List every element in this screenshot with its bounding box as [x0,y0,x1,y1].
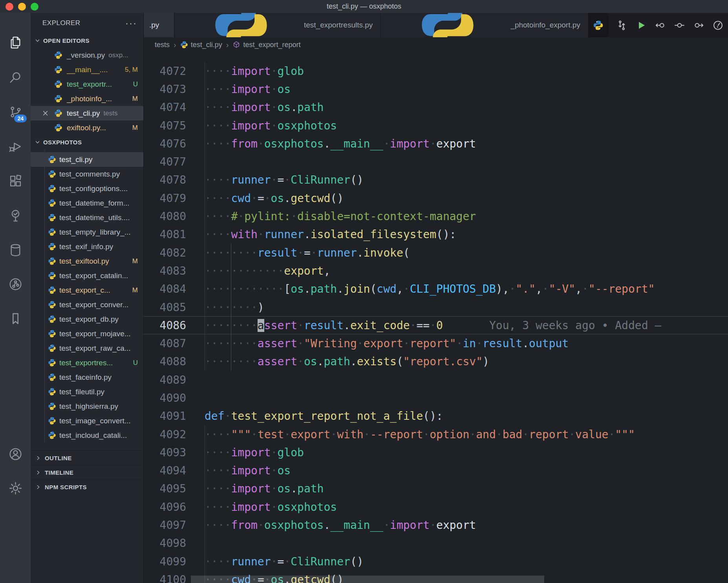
code-line[interactable]: 4091def·test_export_report_not_a_file(): [144,407,728,425]
code-line[interactable]: 4072····import·glob [144,62,728,80]
tab-test_exportresults-py[interactable]: test_exportresults.py [174,13,381,37]
activity-item-bookmarks[interactable] [5,309,25,328]
code-token: · [403,282,410,295]
git-blame-annotation: You, 3 weeks ago • Added – [489,319,661,332]
tree-item[interactable]: test_comments.py [31,167,143,181]
minimize-window-button[interactable] [18,3,26,11]
code-editor[interactable]: 4072····import·glob4073····import·os4074… [144,52,728,583]
tree-item[interactable]: test_export_db.py [31,312,143,326]
profile-button[interactable] [712,18,725,32]
code-line[interactable]: 4077 [144,153,728,171]
tree-item[interactable]: test_export_raw_ca... [31,341,143,355]
code-line[interactable]: 4089 [144,371,728,389]
code-token: import [231,446,271,459]
sidebar-section-timeline[interactable]: TIMELINE [31,465,143,479]
continue-button[interactable] [673,18,686,32]
code-line[interactable]: 4097····from·osxphotos.__main__·import·e… [144,516,728,534]
tree-item[interactable]: test_faceinfo.py [31,370,143,384]
code-token: runner [231,173,271,186]
open-editor-item[interactable]: __main__....5, M [31,62,143,77]
open-editors-header[interactable]: OPEN EDITORS [31,33,143,48]
code-line[interactable]: 4096····import·osxphotos [144,498,728,516]
activity-item-search[interactable] [5,67,25,86]
code-line[interactable]: 4088········assert·os.path.exists("repor… [144,353,728,371]
code-line[interactable]: 4075····import·osxphotos [144,117,728,135]
open-editor-item[interactable]: test_exportr...U [31,77,143,91]
explorer-sidebar: EXPLORER ··· OPEN EDITORS _version.pyosx… [31,13,143,583]
compare-changes-button[interactable] [615,18,629,32]
code-line[interactable]: 4074····import·os.path [144,98,728,117]
code-line[interactable]: 4093····import·glob [144,443,728,461]
code-line[interactable]: 4079····cwd·=·os.getcwd() [144,189,728,207]
step-over-button[interactable] [692,18,706,32]
open-editor-item[interactable]: _photoinfo_...M [31,91,143,106]
activity-item-testing[interactable] [5,206,25,225]
code-line[interactable]: 4098 [144,534,728,552]
activity-item-settings[interactable] [5,479,25,497]
tree-item[interactable]: test_export_catalin... [31,268,143,283]
tab-_photoinfo_export-py[interactable]: _photoinfo_export.py [381,13,588,37]
code-line[interactable]: 4095····import·os.path [144,480,728,498]
code-line[interactable]: 4084············[os.path.join(cwd,·CLI_P… [144,280,728,298]
open-editor-label: exiftool.py... [67,124,106,132]
line-number: 4095 [144,482,186,495]
tree-item[interactable]: test_export_mojave... [31,326,143,341]
sidebar-section-npm-scripts[interactable]: NPM SCRIPTS [31,479,143,494]
tree-item[interactable]: test_incloud_catali... [31,428,143,443]
breadcrumb-item[interactable]: test_cli.py [180,41,222,49]
code-line[interactable]: 4083············export, [144,262,728,280]
code-line[interactable]: 4080····#·pylint:·disable=not-context-ma… [144,207,728,225]
tree-item-label: test_export_raw_ca... [59,344,131,353]
code-line[interactable]: 4086········assert·result.exit_code·==·0… [144,316,728,334]
open-editor-item[interactable]: exiftool.py...M [31,120,143,135]
activity-item-accounts[interactable] [5,445,25,463]
code-line[interactable]: 4073····import·os [144,80,728,98]
tree-item[interactable]: test_datetime_utils.... [31,210,143,225]
tree-item[interactable]: test_exif_info.py [31,239,143,254]
zoom-window-button[interactable] [31,3,38,11]
python-interpreter-button[interactable] [589,13,608,37]
activity-item-run-and-debug[interactable] [5,137,25,156]
tree-item[interactable]: test_datetime_form... [31,196,143,210]
code-line[interactable]: 4087········assert·"Writing·export·repor… [144,334,728,352]
open-editor-item[interactable]: _version.pyosxp... [31,48,143,62]
code-line[interactable]: 4090 [144,389,728,407]
tree-item[interactable]: test_highsierra.py [31,399,143,414]
horizontal-scrollbar[interactable] [191,576,544,583]
code-line[interactable]: 4094····import·os [144,462,728,480]
code-token: (): [423,410,443,423]
code-line[interactable]: 4078····runner·=·CliRunner() [144,171,728,189]
extensions-icon [8,174,23,188]
tree-item[interactable]: test_cli.py [31,152,143,167]
tab--py[interactable]: .py [144,13,174,37]
tree-item[interactable]: test_exiftool.pyM [31,254,143,268]
tree-item[interactable]: test_image_convert... [31,414,143,428]
tree-item[interactable]: test_export_conver... [31,297,143,312]
run-file-button[interactable] [635,18,648,32]
tree-item[interactable]: test_exportres...U [31,355,143,370]
code-line[interactable]: 4082········result·=·runner.invoke( [144,244,728,262]
activity-item-explorer[interactable] [5,33,25,52]
open-editor-item[interactable]: test_cli.pytests [31,106,143,120]
activity-item-database[interactable] [5,240,25,259]
tree-item[interactable]: test_empty_library_... [31,225,143,239]
breadcrumb-item[interactable]: test_export_report [232,41,300,49]
line-content: ····import·os [205,464,291,477]
tree-item[interactable]: test_configoptions.... [31,181,143,196]
code-line[interactable]: 4081····with·runner.isolated_filesystem(… [144,226,728,244]
tree-item[interactable]: test_fileutil.py [31,384,143,399]
tree-item[interactable]: test_export_c...M [31,283,143,297]
code-line[interactable]: 4085········) [144,298,728,316]
activity-item-extensions[interactable] [5,171,25,190]
code-line[interactable]: 4099····runner·=·CliRunner() [144,552,728,570]
activity-item-git-graph[interactable] [5,275,25,293]
more-actions-icon[interactable]: ··· [125,21,137,25]
project-section-header[interactable]: OSXPHOTOS [31,135,143,149]
step-back-button[interactable] [654,18,667,32]
breadcrumb-item[interactable]: tests [155,41,170,49]
activity-item-source-control[interactable]: 24 [5,102,25,121]
close-window-button[interactable] [5,3,13,11]
code-line[interactable]: 4092····"""·test·export·with·--report·op… [144,425,728,443]
sidebar-section-outline[interactable]: OUTLINE [31,450,143,465]
code-line[interactable]: 4076····from·osxphotos.__main__·import·e… [144,135,728,153]
